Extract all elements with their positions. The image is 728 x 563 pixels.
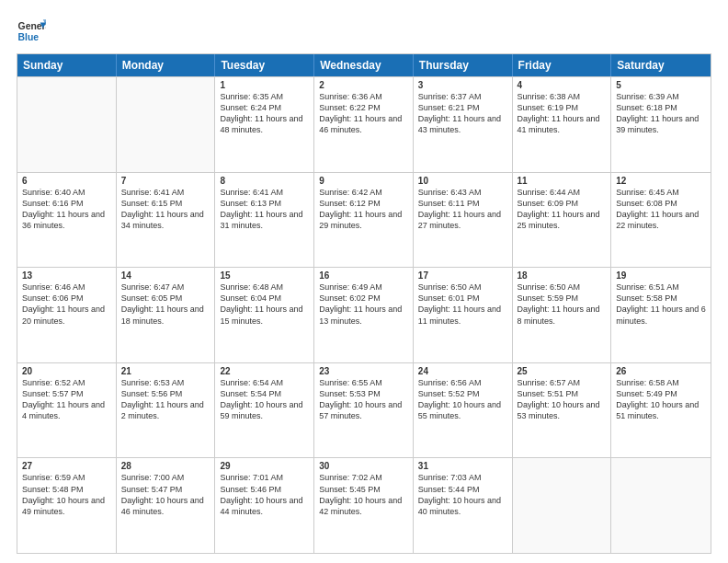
weekday-header-wednesday: Wednesday bbox=[314, 54, 414, 76]
day-details: Sunrise: 7:00 AM Sunset: 5:47 PM Dayligh… bbox=[121, 472, 210, 517]
day-number: 28 bbox=[121, 461, 210, 471]
calendar-day-6: 6Sunrise: 6:40 AM Sunset: 6:16 PM Daylig… bbox=[17, 173, 117, 268]
logo: General Blue bbox=[17, 17, 50, 46]
day-details: Sunrise: 6:59 AM Sunset: 5:48 PM Dayligh… bbox=[22, 472, 111, 517]
day-details: Sunrise: 6:43 AM Sunset: 6:11 PM Dayligh… bbox=[418, 187, 507, 232]
weekday-header-thursday: Thursday bbox=[414, 54, 513, 76]
day-number: 17 bbox=[418, 270, 507, 281]
day-number: 14 bbox=[121, 270, 210, 281]
weekday-header-monday: Monday bbox=[117, 54, 216, 76]
calendar-day-18: 18Sunrise: 6:50 AM Sunset: 5:59 PM Dayli… bbox=[513, 268, 612, 362]
day-details: Sunrise: 6:55 AM Sunset: 5:53 PM Dayligh… bbox=[319, 377, 408, 422]
calendar: SundayMondayTuesdayWednesdayThursdayFrid… bbox=[17, 53, 711, 554]
calendar-day-17: 17Sunrise: 6:50 AM Sunset: 6:01 PM Dayli… bbox=[414, 268, 513, 362]
day-details: Sunrise: 6:58 AM Sunset: 5:49 PM Dayligh… bbox=[616, 377, 706, 422]
weekday-header-friday: Friday bbox=[513, 54, 612, 76]
calendar-header: SundayMondayTuesdayWednesdayThursdayFrid… bbox=[17, 54, 711, 76]
calendar-day-14: 14Sunrise: 6:47 AM Sunset: 6:05 PM Dayli… bbox=[117, 268, 216, 362]
day-number: 21 bbox=[121, 366, 210, 376]
day-number: 3 bbox=[418, 80, 507, 90]
day-number: 4 bbox=[518, 80, 607, 90]
day-details: Sunrise: 6:37 AM Sunset: 6:21 PM Dayligh… bbox=[418, 91, 507, 136]
day-details: Sunrise: 6:48 AM Sunset: 6:04 PM Dayligh… bbox=[220, 282, 309, 327]
day-details: Sunrise: 6:53 AM Sunset: 5:56 PM Dayligh… bbox=[121, 377, 210, 422]
calendar-cell-empty bbox=[513, 458, 612, 553]
svg-text:Blue: Blue bbox=[18, 32, 40, 42]
day-details: Sunrise: 6:57 AM Sunset: 5:51 PM Dayligh… bbox=[518, 377, 607, 422]
day-number: 9 bbox=[319, 176, 408, 186]
day-number: 20 bbox=[22, 366, 111, 376]
calendar-day-31: 31Sunrise: 7:03 AM Sunset: 5:44 PM Dayli… bbox=[414, 458, 513, 553]
day-details: Sunrise: 6:41 AM Sunset: 6:13 PM Dayligh… bbox=[220, 187, 309, 232]
day-details: Sunrise: 6:39 AM Sunset: 6:18 PM Dayligh… bbox=[616, 91, 706, 136]
day-number: 11 bbox=[518, 176, 607, 186]
calendar-row-0: 1Sunrise: 6:35 AM Sunset: 6:24 PM Daylig… bbox=[17, 76, 711, 172]
day-number: 30 bbox=[319, 461, 408, 471]
day-details: Sunrise: 6:47 AM Sunset: 6:05 PM Dayligh… bbox=[121, 282, 210, 327]
calendar-cell-empty bbox=[611, 458, 711, 553]
calendar-day-8: 8Sunrise: 6:41 AM Sunset: 6:13 PM Daylig… bbox=[215, 173, 314, 268]
day-number: 26 bbox=[616, 366, 706, 376]
calendar-day-10: 10Sunrise: 6:43 AM Sunset: 6:11 PM Dayli… bbox=[414, 173, 513, 268]
calendar-day-28: 28Sunrise: 7:00 AM Sunset: 5:47 PM Dayli… bbox=[117, 458, 216, 553]
calendar-day-15: 15Sunrise: 6:48 AM Sunset: 6:04 PM Dayli… bbox=[215, 268, 314, 362]
weekday-header-tuesday: Tuesday bbox=[215, 54, 314, 76]
calendar-day-13: 13Sunrise: 6:46 AM Sunset: 6:06 PM Dayli… bbox=[17, 268, 117, 362]
weekday-header-sunday: Sunday bbox=[17, 54, 117, 76]
day-details: Sunrise: 6:49 AM Sunset: 6:02 PM Dayligh… bbox=[319, 282, 408, 327]
calendar-day-12: 12Sunrise: 6:45 AM Sunset: 6:08 PM Dayli… bbox=[611, 173, 711, 268]
day-number: 2 bbox=[319, 80, 408, 90]
day-details: Sunrise: 6:40 AM Sunset: 6:16 PM Dayligh… bbox=[22, 187, 111, 232]
logo-icon: General Blue bbox=[17, 17, 46, 46]
day-number: 23 bbox=[319, 366, 408, 376]
day-number: 29 bbox=[220, 461, 309, 471]
day-details: Sunrise: 6:50 AM Sunset: 5:59 PM Dayligh… bbox=[518, 282, 607, 327]
calendar-day-9: 9Sunrise: 6:42 AM Sunset: 6:12 PM Daylig… bbox=[314, 173, 414, 268]
calendar-day-22: 22Sunrise: 6:54 AM Sunset: 5:54 PM Dayli… bbox=[215, 363, 314, 458]
calendar-day-2: 2Sunrise: 6:36 AM Sunset: 6:22 PM Daylig… bbox=[314, 77, 414, 172]
calendar-day-4: 4Sunrise: 6:38 AM Sunset: 6:19 PM Daylig… bbox=[513, 77, 612, 172]
day-details: Sunrise: 6:54 AM Sunset: 5:54 PM Dayligh… bbox=[220, 377, 309, 422]
day-number: 24 bbox=[418, 366, 507, 376]
day-number: 10 bbox=[418, 176, 507, 186]
day-number: 31 bbox=[418, 461, 507, 471]
day-number: 27 bbox=[22, 461, 111, 471]
day-details: Sunrise: 7:02 AM Sunset: 5:45 PM Dayligh… bbox=[319, 472, 408, 517]
day-number: 5 bbox=[616, 80, 706, 90]
day-details: Sunrise: 6:52 AM Sunset: 5:57 PM Dayligh… bbox=[22, 377, 111, 422]
day-number: 15 bbox=[220, 270, 309, 281]
weekday-header-saturday: Saturday bbox=[611, 54, 711, 76]
calendar-day-25: 25Sunrise: 6:57 AM Sunset: 5:51 PM Dayli… bbox=[513, 363, 612, 458]
day-details: Sunrise: 6:44 AM Sunset: 6:09 PM Dayligh… bbox=[518, 187, 607, 232]
day-details: Sunrise: 7:01 AM Sunset: 5:46 PM Dayligh… bbox=[220, 472, 309, 517]
day-number: 12 bbox=[616, 176, 706, 186]
day-number: 22 bbox=[220, 366, 309, 376]
calendar-day-7: 7Sunrise: 6:41 AM Sunset: 6:15 PM Daylig… bbox=[117, 173, 216, 268]
header: General Blue bbox=[17, 17, 711, 46]
calendar-row-3: 20Sunrise: 6:52 AM Sunset: 5:57 PM Dayli… bbox=[17, 362, 711, 458]
day-number: 19 bbox=[616, 270, 706, 281]
calendar-row-2: 13Sunrise: 6:46 AM Sunset: 6:06 PM Dayli… bbox=[17, 267, 711, 362]
calendar-day-16: 16Sunrise: 6:49 AM Sunset: 6:02 PM Dayli… bbox=[314, 268, 414, 362]
day-details: Sunrise: 6:51 AM Sunset: 5:58 PM Dayligh… bbox=[616, 282, 706, 327]
calendar-row-4: 27Sunrise: 6:59 AM Sunset: 5:48 PM Dayli… bbox=[17, 457, 711, 553]
day-details: Sunrise: 6:41 AM Sunset: 6:15 PM Dayligh… bbox=[121, 187, 210, 232]
calendar-row-1: 6Sunrise: 6:40 AM Sunset: 6:16 PM Daylig… bbox=[17, 172, 711, 268]
calendar-day-23: 23Sunrise: 6:55 AM Sunset: 5:53 PM Dayli… bbox=[314, 363, 414, 458]
calendar-cell-empty bbox=[17, 77, 117, 172]
calendar-day-1: 1Sunrise: 6:35 AM Sunset: 6:24 PM Daylig… bbox=[215, 77, 314, 172]
day-details: Sunrise: 6:38 AM Sunset: 6:19 PM Dayligh… bbox=[518, 91, 607, 136]
day-details: Sunrise: 6:56 AM Sunset: 5:52 PM Dayligh… bbox=[418, 377, 507, 422]
calendar-cell-empty bbox=[117, 77, 216, 172]
day-number: 7 bbox=[121, 176, 210, 186]
calendar-day-5: 5Sunrise: 6:39 AM Sunset: 6:18 PM Daylig… bbox=[611, 77, 711, 172]
calendar-day-29: 29Sunrise: 7:01 AM Sunset: 5:46 PM Dayli… bbox=[215, 458, 314, 553]
calendar-day-26: 26Sunrise: 6:58 AM Sunset: 5:49 PM Dayli… bbox=[611, 363, 711, 458]
calendar-body: 1Sunrise: 6:35 AM Sunset: 6:24 PM Daylig… bbox=[17, 76, 711, 553]
calendar-day-3: 3Sunrise: 6:37 AM Sunset: 6:21 PM Daylig… bbox=[414, 77, 513, 172]
calendar-day-24: 24Sunrise: 6:56 AM Sunset: 5:52 PM Dayli… bbox=[414, 363, 513, 458]
day-details: Sunrise: 6:50 AM Sunset: 6:01 PM Dayligh… bbox=[418, 282, 507, 327]
day-number: 8 bbox=[220, 176, 309, 186]
day-details: Sunrise: 6:42 AM Sunset: 6:12 PM Dayligh… bbox=[319, 187, 408, 232]
day-details: Sunrise: 6:35 AM Sunset: 6:24 PM Dayligh… bbox=[220, 91, 309, 136]
